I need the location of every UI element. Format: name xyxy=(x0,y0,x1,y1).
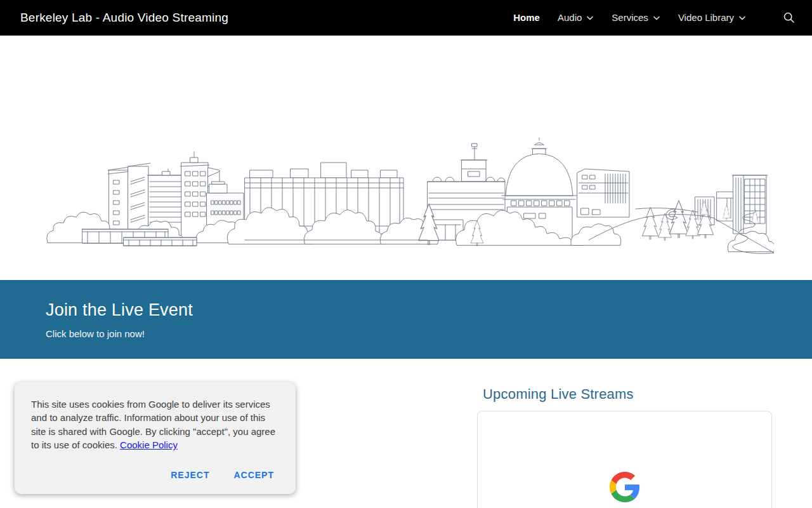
banner-subtitle: Click below to join now! xyxy=(46,328,812,339)
nav-item-audio[interactable]: Audio xyxy=(558,0,594,36)
nav-item-video-library[interactable]: Video Library xyxy=(678,0,746,36)
google-g-logo-icon xyxy=(610,472,640,502)
reject-button[interactable]: REJECT xyxy=(163,465,217,485)
nav-item-services[interactable]: Services xyxy=(612,0,660,36)
calendar-embed-card[interactable] xyxy=(477,411,772,508)
chevron-down-icon xyxy=(738,16,746,21)
site-header: Berkeley Lab - Audio Video Streaming Hom… xyxy=(0,0,812,36)
cookie-message: This site uses cookies from Google to de… xyxy=(31,398,282,452)
main-nav: Home Audio Services Video Library xyxy=(513,0,802,36)
banner-title: Join the Live Event xyxy=(46,300,812,320)
campus-skyline-illustration xyxy=(38,137,774,257)
cookie-actions: REJECT ACCEPT xyxy=(31,465,282,485)
live-event-banner: Join the Live Event Click below to join … xyxy=(0,280,812,359)
upcoming-streams-heading: Upcoming Live Streams xyxy=(483,386,634,403)
nav-item-home[interactable]: Home xyxy=(513,0,540,36)
site-title[interactable]: Berkeley Lab - Audio Video Streaming xyxy=(20,11,228,25)
hero-section xyxy=(0,36,812,280)
nav-item-video-library-label: Video Library xyxy=(678,0,734,36)
nav-item-home-label: Home xyxy=(513,0,540,36)
chevron-down-icon xyxy=(586,16,594,21)
nav-item-audio-label: Audio xyxy=(558,0,582,36)
search-icon[interactable] xyxy=(782,10,797,25)
chevron-down-icon xyxy=(653,16,660,21)
cookie-consent-dialog: This site uses cookies from Google to de… xyxy=(15,382,296,494)
nav-item-services-label: Services xyxy=(612,0,648,36)
accept-button[interactable]: ACCEPT xyxy=(226,465,282,485)
cookie-policy-link[interactable]: Cookie Policy xyxy=(120,439,178,450)
